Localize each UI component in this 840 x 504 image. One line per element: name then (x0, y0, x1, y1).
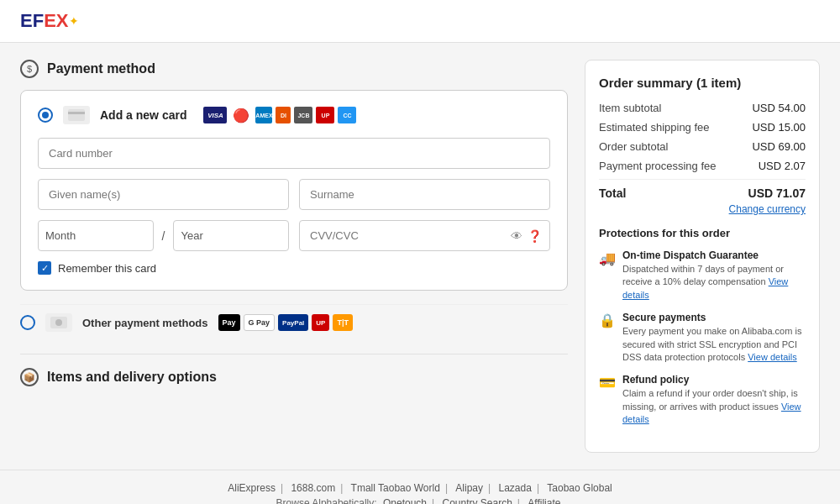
total-value: USD 71.07 (748, 186, 806, 200)
remember-row: Remember this card (38, 261, 550, 275)
dispatch-content: On-time Dispatch Guarantee Dispatched wi… (622, 249, 806, 302)
year-select-wrapper: Year (173, 220, 289, 251)
surname-input[interactable] (299, 179, 550, 210)
cvv-wrapper: 👁 ❓ (299, 220, 550, 251)
processing-fee-label: Payment processing fee (599, 160, 716, 172)
jcb-logo: JCB (294, 107, 312, 123)
order-summary-title: Order summary (1 item) (599, 76, 806, 90)
shipping-label: Estimated shipping fee (599, 121, 710, 134)
footer-country-search[interactable]: Country Search (442, 497, 512, 504)
card-icon (63, 106, 90, 124)
order-subtotal-row: Order subtotal USD 69.00 (599, 140, 806, 153)
footer-1688[interactable]: 1688.com (291, 482, 335, 494)
svg-rect-1 (68, 112, 85, 114)
secure-desc: Every payment you make on Alibaba.com is… (622, 325, 806, 364)
unionpay-logo: UP (316, 107, 334, 123)
logo-ef: EF (20, 10, 44, 32)
change-currency-link[interactable]: Change currency (599, 203, 806, 215)
items-section-header: 📦 Items and delivery options (20, 368, 568, 386)
logo-star: ✦ (69, 14, 79, 28)
section-divider (20, 354, 568, 354)
date-separator: / (157, 229, 171, 243)
footer-alipay[interactable]: Alipay (455, 482, 483, 494)
footer-taobao[interactable]: Taobao Global (547, 482, 612, 494)
add-new-card-label: Add a new card (100, 108, 186, 122)
googlepay-logo: G Pay (244, 314, 276, 331)
paypal-logo: PayPal (278, 314, 308, 331)
amex-logo: AMEX (255, 107, 272, 123)
remember-label: Remember this card (58, 262, 156, 275)
remember-checkbox[interactable] (38, 261, 51, 275)
month-select[interactable]: Month (38, 220, 154, 251)
other-payment-logos: Pay G Pay PayPal UP T|T (218, 314, 353, 331)
expiry-cvv-row: Month / Year 👁 ❓ (38, 220, 550, 251)
shipping-value: USD 15.00 (752, 121, 806, 134)
footer-tmall[interactable]: Tmall Taobao World (351, 482, 440, 494)
other-payment-label: Other payment methods (82, 317, 208, 329)
total-row: Total USD 71.07 (599, 186, 806, 200)
dispatch-view-details[interactable]: View details (622, 276, 788, 299)
discover-logo: DI (276, 107, 291, 123)
secure-content: Secure payments Every payment you make o… (622, 312, 806, 364)
footer-affiliate[interactable]: Affiliate (528, 497, 560, 504)
add-new-card-option[interactable]: Add a new card VISA 🔴 AMEX DI JCB UP CC (38, 106, 550, 124)
logo-ex: EX (44, 10, 68, 32)
footer-onetouch[interactable]: Onetouch (383, 497, 427, 504)
other-payment-radio[interactable] (20, 315, 35, 330)
item-subtotal-label: Item subtotal (599, 102, 661, 114)
secure-view-details[interactable]: View details (748, 352, 797, 362)
footer-links-row1: AliExpress| 1688.com| Tmall Taobao World… (0, 482, 840, 494)
top-bar: EFEX✦ (0, 0, 840, 43)
payment-section-title: Payment method (47, 61, 155, 76)
unionpay-logo2: UP (312, 314, 329, 331)
card-number-input[interactable] (38, 138, 550, 169)
shipping-row: Estimated shipping fee USD 15.00 (599, 121, 806, 134)
svg-rect-0 (68, 109, 85, 121)
secure-icon: 🔒 (599, 312, 616, 364)
protections-title: Protections for this order (599, 227, 806, 239)
other-payment-icon (45, 313, 72, 332)
new-card-radio[interactable] (38, 108, 53, 123)
card-logos: VISA 🔴 AMEX DI JCB UP CC (203, 107, 356, 123)
footer-browse-label: Browse Alphabetically: (276, 497, 380, 504)
mc-logo: 🔴 (230, 107, 252, 123)
payment-section-header: $ Payment method (20, 60, 568, 78)
processing-fee-value: USD 2.07 (759, 160, 806, 172)
dispatch-name: On-time Dispatch Guarantee (622, 249, 806, 261)
svg-point-3 (55, 319, 62, 326)
processing-fee-row: Payment processing fee USD 2.07 (599, 160, 806, 172)
tnt-logo: T|T (333, 314, 353, 331)
visa-logo: VISA (203, 107, 227, 123)
payment-card: Add a new card VISA 🔴 AMEX DI JCB UP CC (20, 90, 568, 291)
left-panel: $ Payment method Add a new card VISA 🔴 A (20, 60, 568, 453)
month-select-wrapper: Month (38, 220, 154, 251)
refund-view-details[interactable]: View details (622, 402, 801, 424)
dispatch-icon: 🚚 (599, 250, 616, 302)
logo: EFEX✦ (20, 10, 820, 32)
protection-dispatch: 🚚 On-time Dispatch Guarantee Dispatched … (599, 249, 806, 302)
protection-secure: 🔒 Secure payments Every payment you make… (599, 312, 806, 364)
footer-aliexpress[interactable]: AliExpress (228, 482, 276, 494)
footer: AliExpress| 1688.com| Tmall Taobao World… (0, 470, 840, 504)
other-logo: CC (338, 107, 356, 123)
item-subtotal-row: Item subtotal USD 54.00 (599, 102, 806, 114)
refund-content: Refund policy Claim a refund if your ord… (622, 374, 806, 426)
footer-lazada[interactable]: Lazada (499, 482, 532, 494)
year-select[interactable]: Year (173, 220, 289, 251)
footer-links-row2: Browse Alphabetically: Onetouch| Country… (0, 497, 840, 504)
given-name-input[interactable] (38, 179, 289, 210)
secure-name: Secure payments (622, 312, 806, 323)
applepay-logo: Pay (218, 314, 240, 331)
eye-icon: 👁 (511, 229, 522, 243)
item-subtotal-value: USD 54.00 (752, 102, 806, 114)
total-label: Total (599, 186, 626, 200)
right-panel: Order summary (1 item) Item subtotal USD… (585, 60, 820, 453)
dispatch-desc: Dispatched within 7 days of payment or r… (622, 263, 806, 302)
refund-icon: 💳 (599, 375, 616, 426)
items-section-title: Items and delivery options (47, 370, 217, 385)
name-row (38, 179, 550, 210)
items-section-icon: 📦 (20, 368, 39, 386)
other-payment-option[interactable]: Other payment methods Pay G Pay PayPal U… (20, 304, 568, 340)
order-summary: Order summary (1 item) Item subtotal USD… (585, 60, 820, 453)
order-subtotal-label: Order subtotal (599, 140, 668, 153)
